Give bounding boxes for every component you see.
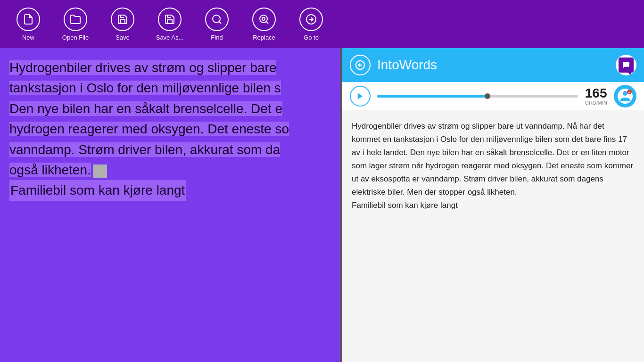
goto-icon (299, 8, 323, 31)
find-label: Find (211, 34, 223, 41)
intowords-title: IntoWords (377, 58, 609, 73)
avatar-button[interactable]: + (614, 85, 636, 107)
svg-point-4 (262, 17, 265, 20)
intowords-pane: IntoWords 165 (342, 48, 644, 362)
progress-track[interactable] (377, 95, 578, 98)
speed-display: 165 ORD/MIN (585, 87, 607, 106)
open-file-button[interactable]: Open File (52, 0, 99, 48)
svg-line-3 (266, 21, 268, 23)
goto-label: Go to (304, 34, 319, 41)
replace-button[interactable]: Replace (240, 0, 288, 48)
svg-point-12 (623, 91, 627, 96)
editor-pane[interactable]: Hydrogenbiler drives av strøm og slipper… (0, 48, 340, 362)
save-as-icon (158, 8, 182, 31)
play-button[interactable] (350, 86, 371, 107)
open-file-label: Open File (62, 34, 89, 41)
main-content: Hydrogenbiler drives av strøm og slipper… (0, 48, 644, 362)
save-as-button[interactable]: Save As... (146, 0, 193, 48)
svg-line-1 (219, 21, 221, 23)
goto-button[interactable]: Go to (288, 0, 335, 48)
replace-icon (252, 8, 276, 31)
reading-paragraph: Hydrogenbiler drives av strøm og slipper… (352, 120, 635, 212)
new-button[interactable]: New (5, 0, 52, 48)
speech-button[interactable] (616, 55, 636, 75)
save-label: Save (116, 34, 130, 41)
save-as-label: Save As... (156, 34, 184, 41)
intowords-header: IntoWords (342, 48, 644, 82)
progress-fill (377, 95, 487, 98)
save-button[interactable]: Save (99, 0, 146, 48)
find-icon (205, 8, 229, 31)
progress-thumb (485, 93, 490, 99)
editor-text: Hydrogenbiler drives av strøm og slipper… (9, 58, 331, 201)
svg-point-2 (260, 15, 267, 23)
replace-label: Replace (253, 34, 275, 41)
back-button[interactable] (350, 55, 371, 75)
svg-marker-9 (358, 93, 363, 99)
reading-text: Hydrogenbiler drives av strøm og slipper… (342, 110, 644, 362)
toolbar: New Open File Save Save As... (0, 0, 644, 48)
svg-point-0 (213, 15, 220, 23)
svg-text:+: + (628, 90, 631, 95)
save-icon (111, 8, 134, 31)
speed-number: 165 (585, 87, 607, 100)
new-icon (17, 8, 40, 31)
controls-bar: 165 ORD/MIN + (342, 82, 644, 110)
find-button[interactable]: Find (193, 0, 240, 48)
new-label: New (22, 34, 34, 41)
speed-label: ORD/MIN (585, 100, 607, 106)
open-icon (64, 8, 87, 31)
